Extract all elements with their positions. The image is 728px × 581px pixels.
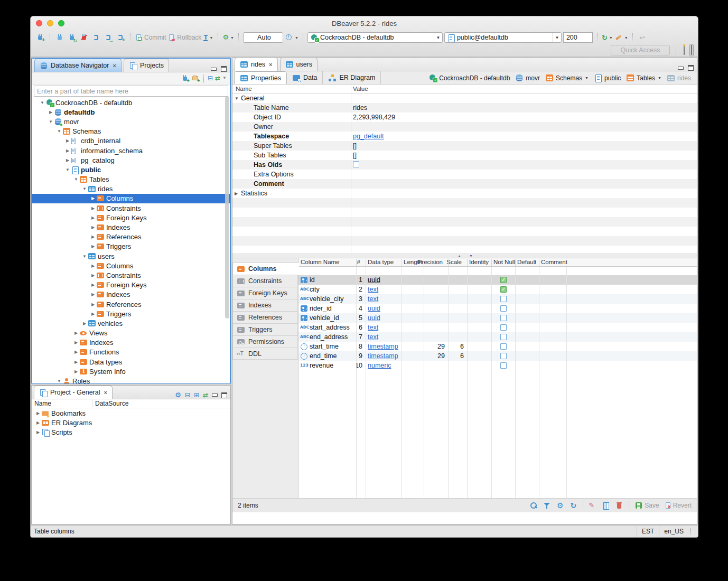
expand-arrow[interactable]: ▶ <box>73 331 79 335</box>
expand-arrow[interactable]: ▼ <box>56 129 62 134</box>
transaction-mode-icon[interactable]: T▼ <box>203 32 213 43</box>
new-connection-icon[interactable]: + <box>35 32 45 43</box>
grid-header-identity[interactable]: Identity <box>469 259 489 265</box>
tree-item-functions[interactable]: ▶Functions <box>32 348 230 357</box>
object-tab-constraints[interactable]: Constraints <box>232 275 298 287</box>
tree-item-users[interactable]: ▼users <box>32 251 230 261</box>
property-value[interactable]: pg_default <box>353 133 384 140</box>
maximize-panel-icon[interactable] <box>688 65 694 71</box>
tree-item-indexes[interactable]: ▶Indexes <box>32 222 230 232</box>
sync-icon[interactable]: ↻▼ <box>602 32 613 43</box>
expand-arrow[interactable]: ▶ <box>90 244 96 249</box>
grid-header-data-type[interactable]: Data type <box>368 259 394 265</box>
breadcrumb-item-rides[interactable]: rides <box>665 73 693 82</box>
column-row-vehicle-city[interactable]: vehicle_city3text <box>298 294 697 304</box>
expand-arrow[interactable]: ▶ <box>48 110 54 115</box>
object-tab-columns[interactable]: Columns <box>232 263 299 275</box>
new-connection-icon[interactable]: + <box>181 74 189 82</box>
expand-arrow[interactable]: ▶ <box>73 340 79 345</box>
tree-item-defaultdb[interactable]: ▶defaultdb <box>32 107 230 117</box>
gear-icon[interactable]: ⚙ <box>556 501 564 510</box>
view-menu-icon[interactable]: ▼ <box>222 74 227 82</box>
data-type-link[interactable]: uuid <box>368 314 380 322</box>
tree-item-constraints[interactable]: ▶Constraints <box>32 203 230 213</box>
project-item-scripts[interactable]: ▶Scripts <box>32 427 230 437</box>
filter-icon[interactable] <box>543 501 551 510</box>
expand-arrow[interactable]: ▶ <box>90 312 96 316</box>
fetch-size-input[interactable] <box>563 32 593 43</box>
expand-arrow[interactable]: ▶ <box>64 158 71 163</box>
new-sql-script-icon[interactable]: + <box>115 32 126 43</box>
close-icon[interactable]: × <box>269 61 272 68</box>
not-null-checkbox[interactable] <box>500 334 507 340</box>
data-type-link[interactable]: timestamp <box>368 352 398 360</box>
property-row-super-tables[interactable]: Super Tables[] <box>232 141 697 151</box>
expand-arrow[interactable]: ▶ <box>90 302 96 307</box>
property-row-tablespace[interactable]: Tablespacepg_default <box>232 132 697 141</box>
format-icon[interactable]: ▼ <box>614 32 628 43</box>
tree-item-schemas[interactable]: ▼Schemas <box>32 127 230 136</box>
tree-item-cockroachdb-defaultdb[interactable]: ▼CockroachDB - defaultdb <box>32 98 230 107</box>
tree-item-information-schema[interactable]: ▶information_schema <box>32 146 230 155</box>
breadcrumb-item-tables[interactable]: Tables▼ <box>624 73 663 82</box>
minimize-panel-icon[interactable] <box>678 67 684 70</box>
not-null-checkbox[interactable] <box>500 277 507 283</box>
edit-icon[interactable]: ✎ <box>589 501 597 510</box>
columns-config-icon[interactable] <box>602 501 610 510</box>
tab-database-navigator[interactable]: Database Navigator × <box>34 59 122 72</box>
property-row-object-id[interactable]: Object ID2,293,998,429 <box>232 113 697 122</box>
expand-arrow[interactable]: ▶ <box>90 273 96 278</box>
data-type-link[interactable]: text <box>368 286 378 293</box>
expand-arrow[interactable]: ▼ <box>48 119 54 124</box>
subtab-properties[interactable]: Properties <box>234 71 287 84</box>
tree-item-tables[interactable]: ▼Tables <box>32 175 230 184</box>
object-tab-foreign-keys[interactable]: Foreign Keys <box>232 287 298 299</box>
breadcrumb-item-cockroachdb-defaultdb[interactable]: CockroachDB - defaultdb <box>427 73 511 82</box>
expand-arrow[interactable]: ▶ <box>90 225 96 230</box>
expand-arrow[interactable]: ▼ <box>73 177 79 182</box>
quick-access-field[interactable]: Quick Access <box>611 45 670 55</box>
editor-tab-rides[interactable]: rides× <box>235 58 278 71</box>
expand-arrow[interactable]: ▼ <box>235 96 239 101</box>
not-null-checkbox[interactable] <box>500 296 507 302</box>
not-null-checkbox[interactable] <box>500 286 507 293</box>
column-row-end-address[interactable]: end_address7text <box>298 332 697 342</box>
expand-arrow[interactable]: ▶ <box>64 138 71 143</box>
object-tab-indexes[interactable]: Indexes <box>232 299 298 311</box>
property-row-has-oids[interactable]: Has Oids <box>232 160 697 170</box>
column-row-start-address[interactable]: start_address6text <box>298 323 697 332</box>
expand-arrow[interactable]: ▶ <box>35 430 41 435</box>
not-null-checkbox[interactable] <box>500 324 507 331</box>
data-type-link[interactable]: text <box>368 324 378 331</box>
tree-item-indexes[interactable]: ▶Indexes <box>32 290 230 299</box>
splitter-handle[interactable]: ▲ ▼ <box>232 254 697 258</box>
expand-arrow[interactable]: ▶ <box>81 321 88 326</box>
data-type-link[interactable]: text <box>368 295 378 303</box>
not-null-checkbox[interactable] <box>500 343 507 350</box>
expand-arrow[interactable]: ▶ <box>73 360 79 364</box>
expand-arrow[interactable]: ▼ <box>81 254 88 259</box>
navigator-scrollbar-thumb[interactable] <box>225 97 229 318</box>
tree-item-rides[interactable]: ▼rides <box>32 184 230 194</box>
expand-arrow[interactable]: ▼ <box>81 186 88 191</box>
has-oids-checkbox[interactable] <box>353 161 359 167</box>
tree-item-columns[interactable]: ▶Columns <box>32 261 230 270</box>
connect-icon[interactable] <box>54 32 65 43</box>
save-button[interactable]: Save <box>634 501 659 510</box>
property-row-sub-tables[interactable]: Sub Tables[] <box>232 151 697 160</box>
disconnect-icon[interactable] <box>79 32 89 43</box>
expand-arrow[interactable]: ▶ <box>90 292 96 297</box>
new-folder-icon[interactable]: + <box>191 74 200 82</box>
debug-icon[interactable]: ⚙▼ <box>222 32 234 43</box>
grid-header-not-null[interactable]: Not Null <box>493 259 515 265</box>
tree-item-public[interactable]: ▼public <box>32 165 230 174</box>
editor-tab-users[interactable]: users <box>280 58 318 71</box>
column-row-vehicle-id[interactable]: vehicle_id5uuid <box>298 313 697 323</box>
table-filter-input[interactable] <box>34 88 228 95</box>
expand-arrow[interactable]: ▶ <box>90 206 96 211</box>
history-icon[interactable]: ▼ <box>285 32 298 43</box>
minimize-panel-icon[interactable] <box>211 68 217 71</box>
property-row-comment[interactable]: Comment <box>232 179 697 189</box>
maximize-panel-icon[interactable] <box>221 66 227 72</box>
close-icon[interactable]: × <box>113 62 116 69</box>
